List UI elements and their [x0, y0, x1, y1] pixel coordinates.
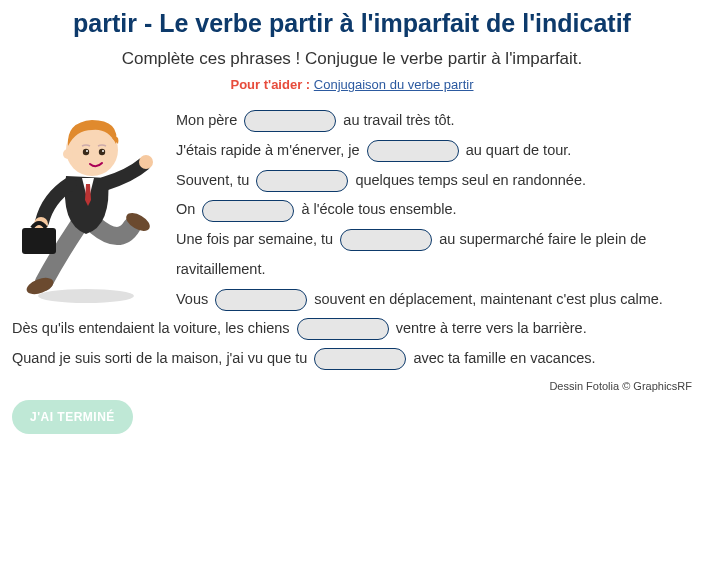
blank-input[interactable]	[202, 200, 294, 222]
helper-label: Pour t'aider :	[231, 77, 314, 92]
sentence-text: à l'école tous ensemble.	[297, 201, 456, 217]
instructions: Complète ces phrases ! Conjugue le verbe…	[12, 49, 692, 69]
sentence-text: J'étais rapide à m'énerver, je	[176, 142, 364, 158]
svg-point-5	[139, 155, 153, 169]
sentence-7: Dès qu'ils entendaient la voiture, les c…	[12, 314, 692, 344]
svg-point-0	[38, 289, 134, 303]
blank-input[interactable]	[340, 229, 432, 251]
sentence-text: Quand je suis sorti de la maison, j'ai v…	[12, 350, 311, 366]
svg-point-8	[83, 149, 89, 155]
svg-point-9	[99, 149, 105, 155]
blank-input[interactable]	[314, 348, 406, 370]
sentence-8: Quand je suis sorti de la maison, j'ai v…	[12, 344, 692, 374]
svg-point-11	[102, 150, 104, 152]
blank-input[interactable]	[256, 170, 348, 192]
sentence-text: au travail très tôt.	[339, 112, 454, 128]
page-title: partir - Le verbe partir à l'imparfait d…	[12, 8, 692, 39]
svg-rect-4	[22, 228, 56, 254]
image-credit: Dessin Fotolia © GraphicsRF	[12, 380, 692, 392]
sentence-text: avec ta famille en vacances.	[409, 350, 595, 366]
helper-line: Pour t'aider : Conjugaison du verbe part…	[12, 77, 692, 92]
sentence-text: Dès qu'ils entendaient la voiture, les c…	[12, 320, 294, 336]
sentence-text: Mon père	[176, 112, 241, 128]
sentence-text: ventre à terre vers la barrière.	[392, 320, 587, 336]
done-button[interactable]: J'AI TERMINÉ	[12, 400, 133, 434]
sentence-text: On	[176, 201, 199, 217]
blank-input[interactable]	[367, 140, 459, 162]
running-boy-illustration	[8, 106, 168, 306]
helper-link[interactable]: Conjugaison du verbe partir	[314, 77, 474, 92]
sentence-text: souvent en déplacement, maintenant c'est…	[310, 291, 663, 307]
blank-input[interactable]	[297, 318, 389, 340]
sentence-text: quelques temps seul en randonnée.	[351, 172, 586, 188]
exercise-content: Mon père au travail très tôt. J'étais ra…	[12, 106, 692, 433]
sentence-text: au quart de tour.	[462, 142, 572, 158]
svg-point-7	[63, 149, 73, 159]
blank-input[interactable]	[215, 289, 307, 311]
svg-point-10	[86, 150, 88, 152]
sentence-text: Souvent, tu	[176, 172, 253, 188]
blank-input[interactable]	[244, 110, 336, 132]
sentence-text: Une fois par semaine, tu	[176, 231, 337, 247]
sentence-text: Vous	[176, 291, 212, 307]
